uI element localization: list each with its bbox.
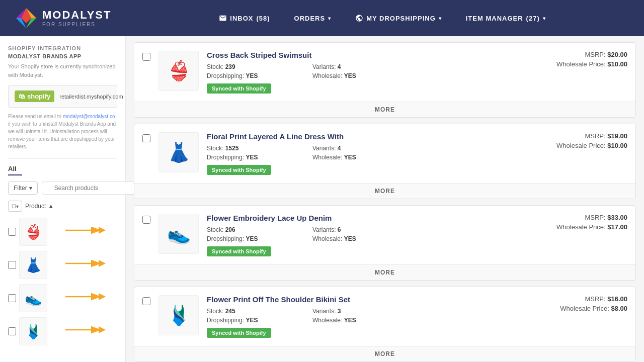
thumb-checkbox[interactable] (8, 261, 16, 269)
card-wholesale: Wholesale: YES (312, 154, 388, 161)
nav-orders[interactable]: ORDERS ▾ (282, 0, 344, 36)
card-pricing: MSRP: $19.00 Wholesale Price: $10.00 (547, 132, 627, 149)
main-nav: INBOX(58) ORDERS ▾ MY DROPSHIPPING ▾ ITE… (136, 0, 629, 36)
inbox-badge: (58) (256, 15, 270, 22)
sidebar-sub-title: MODALYST BRANDS APP (8, 53, 117, 59)
card-title[interactable]: Floral Print Layered A Line Dress With (207, 132, 539, 141)
filter-label: Filter (14, 185, 27, 192)
card-wholesale-price: Wholesale Price: $10.00 (547, 60, 627, 68)
thumb-checkbox[interactable] (8, 294, 16, 302)
product-card-inner: 👗 Floral Print Layered A Line Dress With… (134, 124, 635, 183)
thumb-image: 👗 (19, 251, 47, 279)
shopify-s: 🛍 (19, 93, 25, 100)
card-meta: Stock: 245 Variants: 3 Dropshipping: YES… (207, 308, 388, 324)
svg-marker-11 (99, 293, 106, 300)
thumb-image: 👙 (19, 218, 47, 246)
filter-chevron: ▾ (29, 185, 32, 192)
orders-chevron: ▾ (328, 16, 331, 21)
card-wholesale: Wholesale: YES (312, 317, 388, 324)
card-title[interactable]: Flower Print Off The Shoulder Bikini Set (207, 295, 539, 304)
card-pricing: MSRP: $20.00 Wholesale Price: $10.00 (547, 51, 627, 68)
card-msrp: MSRP: $20.00 (547, 51, 627, 58)
nav-item-manager[interactable]: ITEM MANAGER(27) ▾ (454, 0, 558, 36)
thumb-image: 🩱 (19, 317, 47, 345)
more-button[interactable]: MORE (134, 102, 635, 117)
header: MODALYST FOR SUPPLIERS INBOX(58) ORDERS … (0, 0, 644, 36)
card-meta: Stock: 239 Variants: 4 Dropshipping: YES… (207, 63, 388, 79)
synced-badge: Synced with Shopify (207, 83, 271, 94)
thumb-checkbox[interactable] (8, 327, 16, 335)
card-dropshipping: Dropshipping: YES (207, 154, 282, 161)
product-col-label: Product (25, 203, 46, 210)
svg-marker-7 (99, 227, 106, 234)
thumb-arrow (53, 290, 117, 307)
filter-row: Filter ▾ 🔍 (8, 182, 117, 195)
more-button[interactable]: MORE (134, 346, 635, 361)
sidebar: SHOPIFY INTEGRATION MODALYST BRANDS APP … (0, 36, 126, 362)
product-card-inner: 🩱 Flower Print Off The Shoulder Bikini S… (134, 287, 635, 346)
card-title[interactable]: Flower Embroidery Lace Up Denim (207, 214, 539, 222)
card-stock: Stock: 239 (207, 63, 282, 70)
logo-text: MODALYST FOR SUPPLIERS (42, 9, 111, 28)
synced-badge: Synced with Shopify (207, 246, 271, 256)
item-manager-chevron: ▾ (543, 16, 546, 21)
dropshipping-chevron: ▾ (439, 16, 442, 21)
thumb-row: 👙 (8, 216, 117, 248)
card-wholesale-price: Wholesale Price: $8.00 (547, 305, 627, 312)
svg-marker-13 (99, 326, 106, 333)
shopify-label: shopify (27, 93, 50, 100)
inbox-icon (219, 14, 227, 22)
card-msrp: MSRP: $16.00 (547, 295, 627, 303)
card-title[interactable]: Cross Back Striped Swimsuit (207, 51, 539, 59)
thumb-row: 👟 (8, 282, 117, 314)
thumb-arrow (53, 256, 117, 274)
more-button[interactable]: MORE (134, 264, 635, 280)
filter-button[interactable]: Filter ▾ (8, 182, 38, 195)
thumb-row: 👗 (8, 249, 117, 281)
product-sort-label[interactable]: Product ▲ (25, 203, 54, 210)
orders-label: ORDERS (294, 15, 326, 22)
card-dropshipping: Dropshipping: YES (207, 317, 282, 324)
card-info: Flower Embroidery Lace Up Denim Stock: 2… (207, 214, 539, 256)
product-header-row: ☐▾ Product ▲ (8, 201, 117, 212)
sidebar-note: Please send us email to modalyst@modalys… (8, 113, 117, 150)
card-pricing: MSRP: $33.00 Wholesale Price: $17.00 (547, 214, 627, 231)
shopify-box: 🛍 shopify retailerdist.myshopify.com (8, 85, 117, 108)
product-card-inner: 👟 Flower Embroidery Lace Up Denim Stock:… (134, 206, 635, 264)
card-wholesale: Wholesale: YES (312, 235, 388, 242)
shopify-logo: 🛍 shopify (15, 90, 54, 102)
sidebar-email-link[interactable]: modalyst@modalyst.co (63, 114, 115, 119)
card-info: Flower Print Off The Shoulder Bikini Set… (207, 295, 539, 338)
card-checkbox[interactable] (142, 134, 150, 142)
thumb-row: 🩱 (8, 315, 117, 347)
card-pricing: MSRP: $16.00 Wholesale Price: $8.00 (547, 295, 627, 312)
card-meta: Stock: 206 Variants: 6 Dropshipping: YES… (207, 226, 388, 242)
svg-marker-9 (99, 260, 106, 267)
card-wholesale-price: Wholesale Price: $17.00 (547, 223, 627, 231)
nav-inbox[interactable]: INBOX(58) (207, 0, 282, 36)
svg-marker-1 (21, 8, 31, 23)
card-checkbox[interactable] (142, 53, 150, 61)
search-wrapper: 🔍 (42, 182, 134, 195)
product-card: 👙 Cross Back Striped Swimsuit Stock: 239… (134, 42, 636, 118)
logo-area: MODALYST FOR SUPPLIERS (15, 7, 136, 29)
nav-dropshipping[interactable]: MY DROPSHIPPING ▾ (343, 0, 454, 36)
product-sort-arrow: ▲ (48, 203, 54, 210)
brand-sub: FOR SUPPLIERS (42, 22, 111, 28)
layout: SHOPIFY INTEGRATION MODALYST BRANDS APP … (0, 36, 644, 362)
product-card: 👟 Flower Embroidery Lace Up Denim Stock:… (134, 205, 636, 281)
inbox-label: INBOX (230, 15, 253, 22)
main-content: 👙 Cross Back Striped Swimsuit Stock: 239… (126, 36, 644, 362)
sort-box[interactable]: ☐▾ (8, 201, 22, 212)
search-input[interactable] (42, 182, 134, 195)
thumb-arrow (53, 223, 117, 241)
shopify-url: retailerdist.myshopify.com (59, 94, 123, 100)
card-wholesale: Wholesale: YES (312, 72, 388, 79)
sidebar-section-title: SHOPIFY INTEGRATION (8, 45, 117, 51)
thumb-checkbox[interactable] (8, 228, 16, 236)
item-manager-label: ITEM MANAGER (466, 15, 523, 22)
card-checkbox[interactable] (142, 216, 150, 224)
more-button[interactable]: MORE (134, 183, 635, 199)
card-checkbox[interactable] (142, 297, 150, 305)
thumb-image: 👟 (19, 284, 47, 312)
